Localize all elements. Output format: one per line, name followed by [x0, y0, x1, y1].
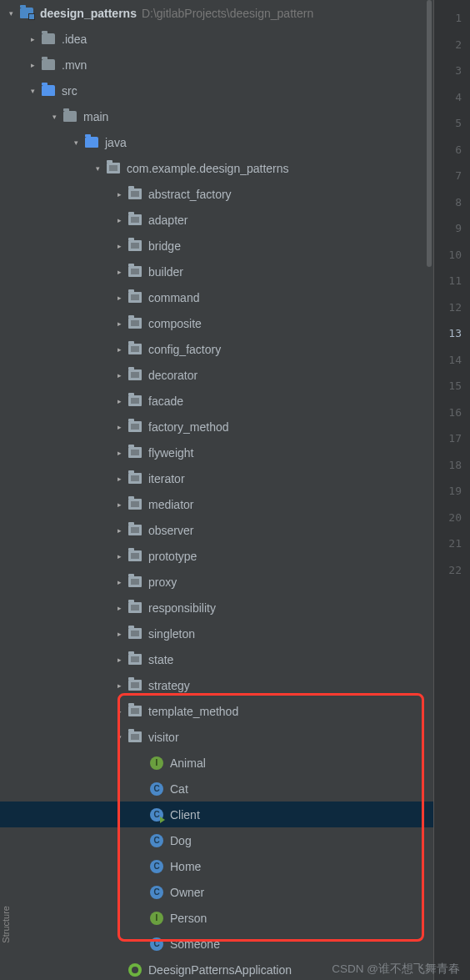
tree-row[interactable]: ▸config_factory: [0, 336, 433, 362]
tree-row[interactable]: CDog: [0, 827, 433, 853]
chevron-right-icon[interactable]: ▸: [113, 680, 125, 691]
chevron-right-icon[interactable]: ▸: [113, 421, 125, 433]
line-number[interactable]: 3: [434, 58, 470, 84]
side-tab-structure[interactable]: Structure: [0, 902, 12, 947]
chevron-right-icon[interactable]: ▸: [113, 499, 125, 510]
tree-row[interactable]: ▸facade: [0, 388, 433, 414]
chevron-down-icon[interactable]: ▾: [48, 111, 60, 123]
tree-row[interactable]: CCat: [0, 776, 433, 802]
tree-row[interactable]: ▸mediator: [0, 491, 433, 517]
chevron-down-icon[interactable]: ▾: [113, 731, 125, 743]
line-number[interactable]: 17: [434, 425, 470, 452]
chevron-right-icon[interactable]: ▸: [113, 369, 125, 381]
tree-row[interactable]: ▸iterator: [0, 465, 433, 491]
package-icon: [127, 496, 143, 513]
tree-row[interactable]: ▸responsibility: [0, 595, 433, 621]
tree-scrollbar[interactable]: [425, 0, 433, 980]
package-icon: [127, 289, 143, 306]
tree-row[interactable]: COwner: [0, 879, 433, 905]
chevron-right-icon[interactable]: ▸: [113, 447, 125, 459]
line-number[interactable]: 13: [434, 320, 470, 347]
tree-row[interactable]: ▸proxy: [0, 569, 433, 595]
tree-row[interactable]: ▸adapter: [0, 207, 433, 233]
tree-row[interactable]: ▸state: [0, 646, 433, 672]
chevron-right-icon[interactable]: ▸: [113, 318, 125, 329]
line-number[interactable]: 16: [434, 400, 470, 426]
module-icon: [18, 5, 35, 22]
source-folder-icon: [83, 134, 100, 151]
line-number[interactable]: 6: [434, 137, 470, 163]
folder-icon: [62, 108, 78, 125]
line-number[interactable]: 12: [434, 294, 470, 321]
tree-row[interactable]: ▸.idea: [0, 26, 433, 52]
line-number[interactable]: 14: [434, 347, 470, 374]
chevron-right-icon[interactable]: ▸: [113, 525, 125, 536]
line-number[interactable]: 11: [434, 268, 470, 294]
tree-row-label: abstract_factory: [148, 188, 232, 201]
line-number[interactable]: 15: [434, 373, 470, 400]
tree-row[interactable]: ▸command: [0, 284, 433, 310]
line-number[interactable]: 22: [434, 557, 470, 584]
line-number[interactable]: 1: [434, 5, 470, 32]
chevron-right-icon[interactable]: ▸: [27, 59, 38, 71]
chevron-down-icon[interactable]: ▾: [92, 163, 103, 174]
chevron-right-icon[interactable]: ▸: [113, 706, 125, 717]
tree-row[interactable]: ▾src: [0, 78, 433, 103]
line-number[interactable]: 7: [434, 163, 470, 189]
tree-row[interactable]: ▸.mvn: [0, 52, 433, 78]
line-number[interactable]: 2: [434, 32, 470, 58]
tree-row[interactable]: ▾java: [0, 129, 433, 155]
tree-row[interactable]: ▾deesign_patternsD:\gitlabProjects\deesi…: [0, 0, 433, 26]
tree-row[interactable]: IPerson: [0, 905, 433, 931]
tree-row[interactable]: ▾main: [0, 103, 433, 129]
tree-row[interactable]: ▾com.example.deesign_patterns: [0, 155, 433, 181]
tree-row[interactable]: IAnimal: [0, 750, 433, 776]
tree-row[interactable]: ▾visitor: [0, 724, 433, 750]
line-number[interactable]: 8: [434, 189, 470, 216]
tree-row[interactable]: ▸builder: [0, 259, 433, 284]
chevron-right-icon[interactable]: ▸: [113, 602, 125, 614]
tree-row[interactable]: ▸bridge: [0, 233, 433, 259]
chevron-down-icon[interactable]: ▾: [5, 8, 17, 19]
tree-row[interactable]: ▸abstract_factory: [0, 181, 433, 207]
tree-row[interactable]: ▸prototype: [0, 543, 433, 569]
project-tree[interactable]: ▾deesign_patternsD:\gitlabProjects\deesi…: [0, 0, 433, 980]
chevron-down-icon[interactable]: ▾: [70, 137, 82, 148]
line-number[interactable]: 19: [434, 478, 470, 505]
tree-row[interactable]: ▸flyweight: [0, 440, 433, 465]
chevron-right-icon[interactable]: ▸: [113, 344, 125, 355]
chevron-right-icon[interactable]: ▸: [113, 473, 125, 485]
tree-row[interactable]: ▸composite: [0, 310, 433, 336]
chevron-right-icon[interactable]: ▸: [113, 550, 125, 562]
chevron-right-icon[interactable]: ▸: [113, 240, 125, 252]
chevron-right-icon[interactable]: ▸: [113, 628, 125, 640]
tree-row[interactable]: CClient: [0, 802, 433, 827]
tree-row[interactable]: ▸template_method: [0, 698, 433, 724]
chevron-right-icon[interactable]: ▸: [27, 33, 38, 45]
line-number[interactable]: 18: [434, 452, 470, 479]
tree-row[interactable]: ▸strategy: [0, 672, 433, 698]
package-icon: [127, 264, 143, 280]
chevron-right-icon[interactable]: ▸: [113, 292, 125, 304]
tree-row[interactable]: CHome: [0, 853, 433, 879]
chevron-right-icon[interactable]: ▸: [113, 188, 125, 200]
chevron-right-icon[interactable]: ▸: [113, 654, 125, 666]
package-icon: [127, 186, 143, 203]
tree-row[interactable]: ▸factory_method: [0, 414, 433, 440]
line-number[interactable]: 5: [434, 110, 470, 137]
tree-row[interactable]: ▸decorator: [0, 362, 433, 388]
line-number[interactable]: 20: [434, 505, 470, 531]
chevron-right-icon[interactable]: ▸: [113, 576, 125, 588]
line-number[interactable]: 4: [434, 84, 470, 111]
package-icon: [127, 677, 143, 694]
tree-row[interactable]: CSomeone: [0, 931, 433, 957]
chevron-right-icon[interactable]: ▸: [113, 395, 125, 407]
line-number[interactable]: 9: [434, 215, 470, 242]
tree-row[interactable]: ▸singleton: [0, 621, 433, 646]
chevron-right-icon[interactable]: ▸: [113, 266, 125, 278]
chevron-right-icon[interactable]: ▸: [113, 214, 125, 226]
chevron-down-icon[interactable]: ▾: [27, 85, 38, 97]
line-number[interactable]: 21: [434, 530, 470, 557]
tree-row[interactable]: ▸observer: [0, 517, 433, 543]
line-number[interactable]: 10: [434, 242, 470, 269]
